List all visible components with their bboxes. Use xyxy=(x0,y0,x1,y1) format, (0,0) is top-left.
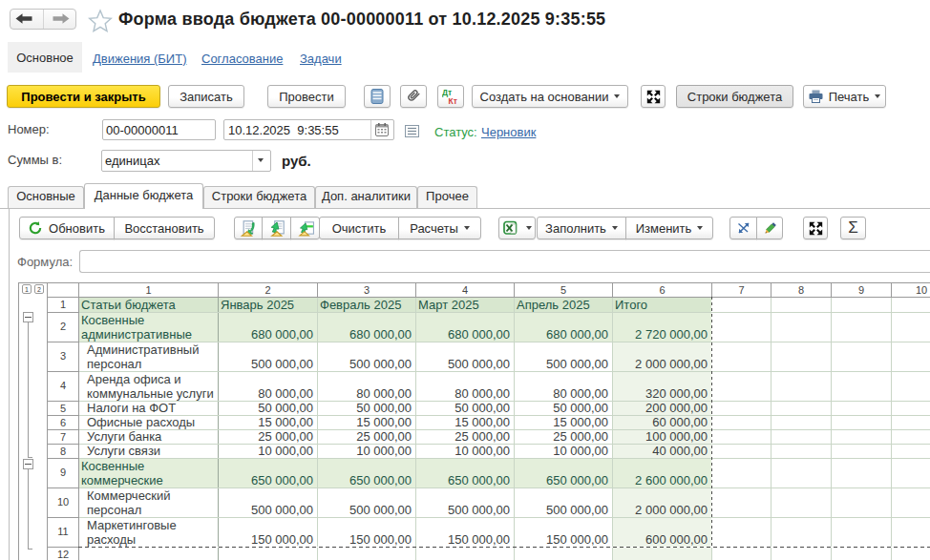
svg-text:Кт: Кт xyxy=(448,96,456,105)
